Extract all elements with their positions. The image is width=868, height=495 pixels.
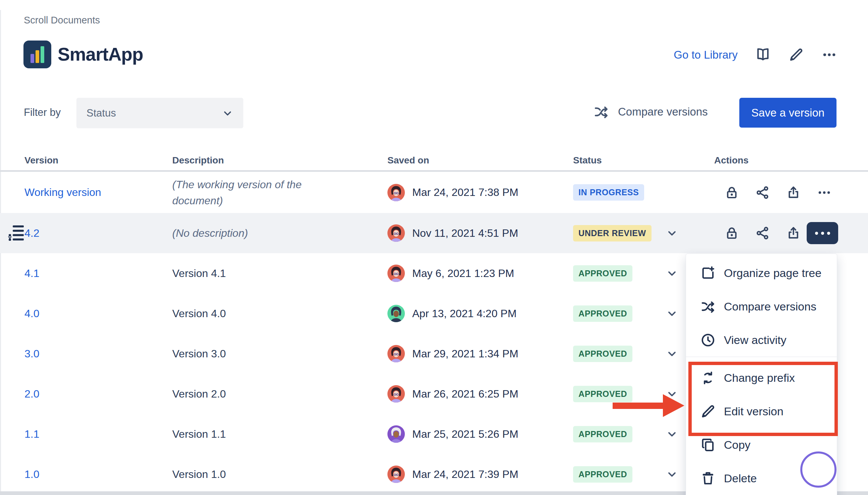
user-avatar: [387, 345, 405, 362]
copy-icon: [700, 437, 716, 453]
logo-bar-yellow: [35, 50, 39, 63]
user-avatar: [387, 425, 405, 443]
saved-on-date: Mar 29, 2021 1:34 PM: [412, 348, 518, 360]
page-add-icon: [700, 265, 716, 281]
status-badge: APPROVED: [573, 265, 632, 281]
export-icon[interactable]: [786, 226, 801, 241]
table-row-selected: 4.2 (No description) Nov 11, 2021 4:51 P…: [0, 213, 868, 253]
menu-item-label: Copy: [724, 439, 750, 451]
user-avatar: [387, 385, 405, 403]
column-actions: Actions: [714, 155, 868, 166]
status-badge: APPROVED: [573, 426, 632, 442]
breadcrumb: Scroll Documents: [24, 15, 100, 26]
version-link[interactable]: 4.0: [24, 307, 39, 320]
cursor-highlight-circle: [800, 451, 836, 488]
version-description: Version 1.1: [172, 426, 330, 442]
status-badge: IN PROGRESS: [573, 184, 644, 201]
version-description: (The working version of the document): [172, 176, 330, 209]
status-filter-select[interactable]: Status: [77, 98, 243, 128]
menu-item-label: Delete: [724, 472, 757, 485]
row-more-options-icon[interactable]: [817, 185, 832, 200]
highlight-box: [688, 362, 838, 436]
version-link[interactable]: 1.1: [24, 428, 39, 440]
version-link[interactable]: 1.0: [24, 468, 39, 480]
logo-bar-purple: [31, 54, 34, 63]
saved-on-date: Mar 25, 2021 5:26 PM: [412, 428, 518, 440]
status-badge: APPROVED: [573, 346, 632, 362]
version-description: Version 4.0: [172, 305, 330, 322]
status-badge: APPROVED: [573, 386, 632, 402]
menu-item-label: Compare versions: [724, 300, 816, 313]
scroll-documents-page: Scroll Documents SmartApp Go to Library …: [0, 0, 868, 495]
share-icon[interactable]: [755, 185, 770, 200]
version-description: Version 4.1: [172, 265, 330, 281]
share-icon[interactable]: [755, 226, 770, 241]
filter-by-label: Filter by: [24, 106, 61, 119]
chevron-down-icon[interactable]: [666, 348, 678, 360]
version-link[interactable]: 4.1: [24, 267, 39, 279]
user-avatar: [387, 305, 405, 322]
version-link[interactable]: 4.2: [24, 227, 39, 239]
table-row: Working version (The working version of …: [0, 172, 868, 213]
table-header: Version Description Saved on Status Acti…: [0, 151, 868, 170]
version-description: (No description): [172, 225, 330, 241]
version-description: Version 1.0: [172, 466, 330, 482]
saved-on-date: Mar 26, 2021 6:25 PM: [412, 388, 518, 400]
chevron-down-icon[interactable]: [666, 267, 678, 279]
version-link[interactable]: 2.0: [24, 388, 39, 400]
export-icon[interactable]: [786, 185, 801, 200]
column-status: Status: [573, 155, 714, 166]
version-link[interactable]: Working version: [24, 186, 101, 198]
row-more-options-button-active[interactable]: [807, 222, 838, 244]
pencil-icon[interactable]: [788, 47, 804, 63]
chevron-down-icon[interactable]: [666, 227, 678, 239]
go-to-library-link[interactable]: Go to Library: [674, 49, 738, 61]
page-tree-icon: [8, 225, 24, 241]
more-options-icon[interactable]: [821, 47, 837, 63]
column-version: Version: [24, 155, 172, 166]
user-avatar: [387, 224, 405, 242]
user-avatar: [387, 465, 405, 483]
lock-icon[interactable]: [724, 185, 739, 200]
saved-on-date: Apr 13, 2021 4:20 PM: [412, 307, 516, 320]
version-description: Version 3.0: [172, 346, 330, 362]
compare-versions-label: Compare versions: [618, 105, 708, 118]
saved-on-date: Nov 11, 2021 4:51 PM: [412, 227, 518, 239]
lock-icon[interactable]: [724, 226, 739, 241]
logo-bar-teal: [40, 46, 44, 63]
status-badge: APPROVED: [573, 305, 632, 322]
saved-on-date: Mar 24, 2021 7:39 PM: [412, 468, 518, 481]
compare-versions-button[interactable]: Compare versions: [593, 104, 708, 120]
user-avatar: [387, 264, 405, 282]
user-avatar: [387, 184, 405, 201]
chevron-down-icon[interactable]: [666, 468, 678, 480]
menu-item-organize-page-tree[interactable]: Organize page tree: [686, 256, 837, 290]
version-link[interactable]: 3.0: [24, 348, 39, 360]
save-a-version-button[interactable]: Save a version: [739, 98, 836, 127]
status-filter-value: Status: [86, 107, 116, 119]
status-badge: APPROVED: [573, 466, 632, 483]
version-description: Version 2.0: [172, 386, 330, 402]
column-description: Description: [172, 155, 387, 166]
menu-item-compare-versions[interactable]: Compare versions: [686, 290, 837, 323]
book-icon[interactable]: [755, 47, 771, 63]
chevron-down-icon: [222, 107, 233, 119]
chevron-down-icon[interactable]: [666, 428, 678, 440]
column-saved-on: Saved on: [387, 155, 573, 166]
red-arrow-head: [663, 394, 684, 417]
app-logo: [23, 40, 51, 68]
saved-on-date: Mar 24, 2021 7:38 PM: [412, 186, 518, 199]
menu-item-label: View activity: [724, 334, 786, 347]
header-actions: Go to Library: [674, 47, 837, 63]
chevron-down-icon[interactable]: [666, 307, 678, 320]
page-title: SmartApp: [57, 44, 143, 65]
red-arrow: [613, 403, 664, 409]
status-badge: UNDER REVIEW: [573, 225, 651, 241]
clock-icon: [700, 332, 716, 348]
trash-icon: [700, 471, 716, 486]
saved-on-date: May 6, 2021 1:23 PM: [412, 267, 514, 280]
shuffle-icon: [700, 299, 716, 314]
menu-item-view-activity[interactable]: View activity: [686, 323, 837, 357]
menu-item-label: Organize page tree: [724, 267, 821, 280]
shuffle-icon: [593, 104, 609, 120]
